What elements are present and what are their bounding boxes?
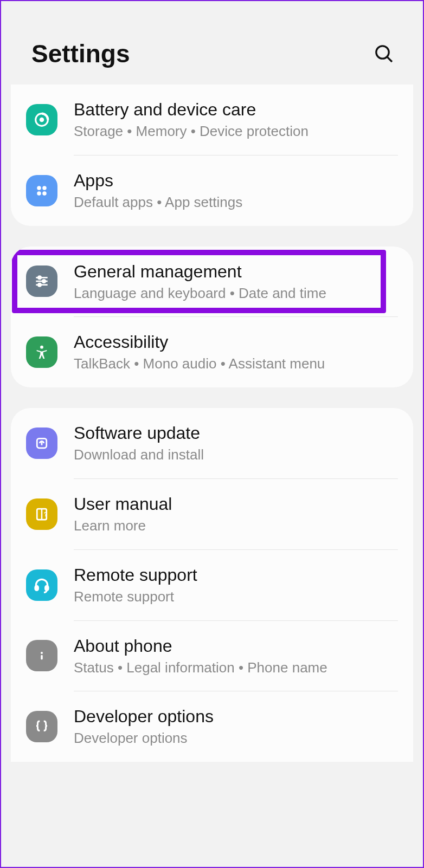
settings-item-apps[interactable]: Apps Default apps • App settings (11, 156, 413, 226)
accessibility-icon (26, 336, 57, 368)
svg-point-3 (40, 118, 44, 122)
settings-item-software-update[interactable]: Software update Download and install (11, 408, 413, 478)
item-subtitle: Default apps • App settings (74, 193, 398, 212)
info-icon (26, 640, 57, 671)
item-title: Apps (74, 170, 398, 191)
sliders-icon (26, 265, 57, 297)
item-title: Battery and device care (74, 99, 398, 120)
svg-rect-23 (41, 655, 43, 660)
item-subtitle: Status • Legal information • Phone name (74, 659, 398, 677)
item-title: Software update (74, 422, 398, 444)
braces-icon (26, 711, 57, 742)
item-subtitle: Remote support (74, 588, 398, 606)
svg-point-13 (38, 283, 41, 286)
item-subtitle: Learn more (74, 517, 398, 535)
settings-group: Battery and device care Storage • Memory… (11, 85, 413, 226)
item-subtitle: Developer options (74, 729, 398, 748)
svg-point-4 (37, 186, 41, 190)
svg-rect-20 (46, 586, 48, 590)
svg-line-1 (387, 57, 392, 62)
settings-item-developer-options[interactable]: Developer options Developer options (11, 691, 413, 762)
header: Settings (1, 1, 423, 85)
svg-point-5 (42, 186, 47, 190)
battery-care-icon (26, 104, 57, 135)
settings-item-battery[interactable]: Battery and device care Storage • Memory… (11, 85, 413, 155)
apps-icon (26, 175, 57, 206)
settings-group: Software update Download and install ? U… (11, 408, 413, 762)
svg-point-22 (41, 652, 43, 654)
settings-group: General management Language and keyboard… (11, 247, 413, 388)
svg-point-9 (38, 276, 41, 279)
settings-item-accessibility[interactable]: Accessibility TalkBack • Mono audio • As… (11, 317, 413, 387)
svg-text:?: ? (44, 511, 48, 517)
settings-item-about-phone[interactable]: About phone Status • Legal information •… (11, 621, 413, 691)
item-subtitle: TalkBack • Mono audio • Assistant menu (74, 355, 398, 373)
svg-point-0 (376, 46, 389, 59)
svg-rect-19 (35, 586, 38, 590)
item-subtitle: Language and keyboard • Date and time (74, 284, 398, 303)
item-title: Remote support (74, 564, 398, 586)
item-title: About phone (74, 635, 398, 657)
search-button[interactable] (371, 41, 397, 67)
svg-point-11 (42, 280, 45, 283)
svg-point-7 (42, 191, 47, 196)
headset-icon (26, 569, 57, 601)
search-icon (373, 43, 395, 64)
update-icon (26, 427, 57, 459)
item-title: General management (74, 261, 398, 282)
book-icon: ? (26, 498, 57, 530)
item-subtitle: Download and install (74, 446, 398, 464)
item-title: Developer options (74, 705, 398, 727)
item-title: User manual (74, 493, 398, 515)
item-subtitle: Storage • Memory • Device protection (74, 122, 398, 141)
svg-point-6 (37, 191, 41, 196)
settings-item-general-management[interactable]: General management Language and keyboard… (11, 247, 413, 317)
item-title: Accessibility (74, 331, 398, 353)
page-title: Settings (31, 39, 130, 68)
svg-point-14 (40, 346, 43, 349)
settings-item-user-manual[interactable]: ? User manual Learn more (11, 479, 413, 549)
settings-item-remote-support[interactable]: Remote support Remote support (11, 550, 413, 620)
